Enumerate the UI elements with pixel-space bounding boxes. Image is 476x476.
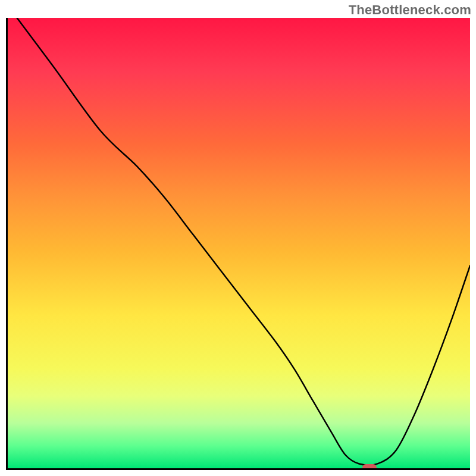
optimum-marker	[362, 464, 377, 470]
chart-container: TheBottleneck.com	[0, 0, 476, 476]
curve-svg	[8, 18, 470, 468]
bottleneck-curve	[17, 18, 470, 465]
plot-area	[6, 18, 470, 470]
watermark-text: TheBottleneck.com	[349, 2, 471, 18]
